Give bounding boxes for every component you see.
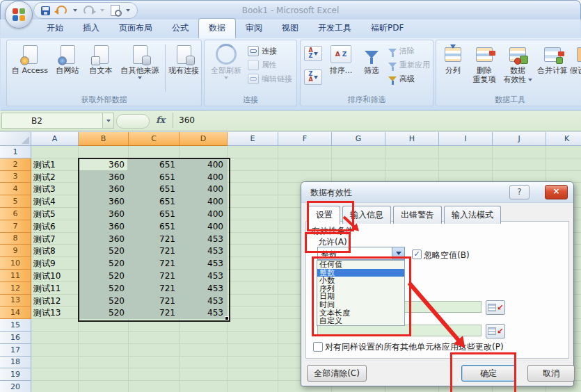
reapply-button[interactable]: 重新应用: [388, 58, 430, 71]
from-text-button[interactable]: 自文本: [85, 43, 117, 75]
ribbon-tab-2[interactable]: 页面布局: [109, 19, 162, 38]
cell-A13[interactable]: 测试12: [33, 296, 77, 306]
cell-A8[interactable]: 测试7: [33, 234, 77, 244]
clear-all-button[interactable]: 全部清除(C): [307, 365, 367, 382]
save-icon[interactable]: [41, 6, 50, 15]
cell-A12[interactable]: 测试11: [33, 284, 77, 293]
row-header-20[interactable]: 20: [0, 381, 31, 392]
name-box-dropdown-icon[interactable]: [103, 113, 114, 129]
dialog-title-bar[interactable]: 数据有效性: [301, 182, 573, 203]
row-header-6[interactable]: 6: [0, 208, 31, 220]
from-access-icon: [23, 43, 38, 65]
cell-A4[interactable]: 测试3: [33, 184, 77, 194]
column-header-G[interactable]: G: [332, 132, 385, 146]
row-header-13[interactable]: 13: [0, 295, 31, 307]
cell-A9[interactable]: 测试8: [33, 246, 77, 256]
dialog-tab-2[interactable]: 出错警告: [393, 206, 442, 224]
row-header-7[interactable]: 7: [0, 220, 31, 233]
filter-button[interactable]: 筛选: [358, 43, 385, 75]
from-other-sources-button[interactable]: 自其他来源: [117, 43, 163, 79]
cell-A3[interactable]: 测试2: [33, 172, 77, 182]
text-to-columns-button[interactable]: 分列: [439, 43, 467, 75]
selection-fill-handle[interactable]: [225, 316, 229, 320]
ribbon-tab-5[interactable]: 审阅: [236, 19, 272, 38]
office-button[interactable]: [5, 1, 33, 28]
row-header-9[interactable]: 9: [0, 245, 31, 257]
what-if-analysis-button[interactable]: 假设分析: [571, 43, 581, 75]
ribbon-tab-6[interactable]: 视图: [272, 19, 308, 38]
existing-connections-button[interactable]: 现有连接: [166, 43, 201, 75]
select-all-corner[interactable]: [0, 132, 31, 146]
from-access-button[interactable]: 自 Access: [10, 43, 50, 75]
collapse-dialog-button[interactable]: ↙: [486, 324, 505, 338]
from-web-button[interactable]: 自网站: [51, 43, 83, 75]
column-header-J[interactable]: J: [493, 132, 546, 146]
row-header-4[interactable]: 4: [0, 183, 31, 195]
column-header-B[interactable]: B: [79, 132, 129, 146]
column-header-H[interactable]: H: [385, 132, 439, 146]
cell-A2[interactable]: 测试1: [33, 160, 77, 170]
row-header-18[interactable]: 18: [0, 357, 31, 369]
cell-A5[interactable]: 测试4: [33, 197, 77, 206]
cell-A14[interactable]: 测试13: [33, 308, 77, 318]
sort-button[interactable]: A Z 排序...: [326, 43, 356, 75]
column-header-F[interactable]: F: [278, 132, 332, 146]
apply-all-checkbox[interactable]: [313, 342, 323, 352]
ignore-blank-checkbox[interactable]: ✓: [412, 250, 422, 259]
formula-bar-value[interactable]: 360: [179, 115, 195, 125]
cell-A6[interactable]: 测试5: [33, 209, 77, 219]
print-preview-icon[interactable]: [111, 5, 120, 16]
sort-descending-icon[interactable]: ZA: [304, 70, 322, 85]
row-header-14[interactable]: 14: [0, 307, 31, 319]
row-header-2[interactable]: 2: [0, 158, 31, 171]
advanced-filter-button[interactable]: 高级: [388, 72, 415, 85]
consolidate-button[interactable]: 合并计算: [535, 43, 570, 75]
row-header-12[interactable]: 12: [0, 282, 31, 295]
undo-dropdown-icon[interactable]: [73, 9, 77, 12]
column-header-C[interactable]: C: [129, 132, 180, 146]
column-header-A[interactable]: A: [31, 132, 79, 146]
column-header-I[interactable]: I: [439, 132, 493, 146]
dialog-tab-3[interactable]: 输入法模式: [444, 206, 501, 224]
cell-A11[interactable]: 测试10: [33, 271, 77, 281]
dialog-close-button[interactable]: ×: [545, 185, 568, 199]
row-header-3[interactable]: 3: [0, 171, 31, 183]
ribbon-tab-4[interactable]: 数据: [198, 18, 236, 38]
cell-A7[interactable]: 测试6: [33, 222, 77, 231]
refresh-all-button[interactable]: 全部刷新: [207, 43, 246, 79]
collapse-arrow-icon: ↙: [497, 304, 503, 311]
column-header-D[interactable]: D: [180, 132, 228, 146]
row-header-11[interactable]: 11: [0, 270, 31, 282]
edit-links-button[interactable]: 编辑链接: [248, 72, 292, 85]
ribbon-tab-0[interactable]: 开始: [37, 19, 73, 38]
name-box[interactable]: B2: [1, 113, 103, 129]
row-header-8[interactable]: 8: [0, 233, 31, 245]
row-header-10[interactable]: 10: [0, 257, 31, 270]
cancel-button[interactable]: 取消: [527, 365, 575, 382]
row-header-17[interactable]: 17: [0, 344, 31, 357]
cell-A10[interactable]: 测试9: [33, 259, 77, 268]
row-header-15[interactable]: 15: [0, 319, 31, 332]
connections-button[interactable]: 连接: [248, 44, 277, 57]
row-header-5[interactable]: 5: [0, 195, 31, 208]
properties-button[interactable]: 属性: [248, 58, 277, 71]
sort-ascending-icon[interactable]: AZ: [304, 46, 322, 61]
ribbon-tab-8[interactable]: 福昕PDF: [361, 19, 413, 38]
data-validation-button[interactable]: 数据 有效性: [502, 43, 534, 84]
dialog-help-button[interactable]: ?: [509, 185, 530, 199]
column-header-K[interactable]: K: [546, 132, 581, 146]
ribbon-tab-1[interactable]: 插入: [73, 19, 109, 38]
clear-filter-button[interactable]: 清除: [388, 44, 415, 57]
undo-icon[interactable]: [56, 6, 67, 15]
collapse-dialog-button[interactable]: ↙: [486, 300, 505, 315]
ribbon-tab-3[interactable]: 公式: [162, 19, 198, 38]
row-header-19[interactable]: 19: [0, 368, 31, 381]
redo-icon[interactable]: [83, 6, 94, 15]
remove-duplicates-button[interactable]: 删除 重复项: [468, 43, 500, 84]
row-header-1[interactable]: 1: [0, 146, 31, 158]
row-header-16[interactable]: 16: [0, 332, 31, 344]
customize-quick-access-icon[interactable]: [126, 9, 130, 12]
column-header-E[interactable]: E: [228, 132, 278, 146]
insert-function-icon[interactable]: fx: [156, 115, 165, 125]
ribbon-tab-7[interactable]: 开发工具: [308, 19, 361, 38]
